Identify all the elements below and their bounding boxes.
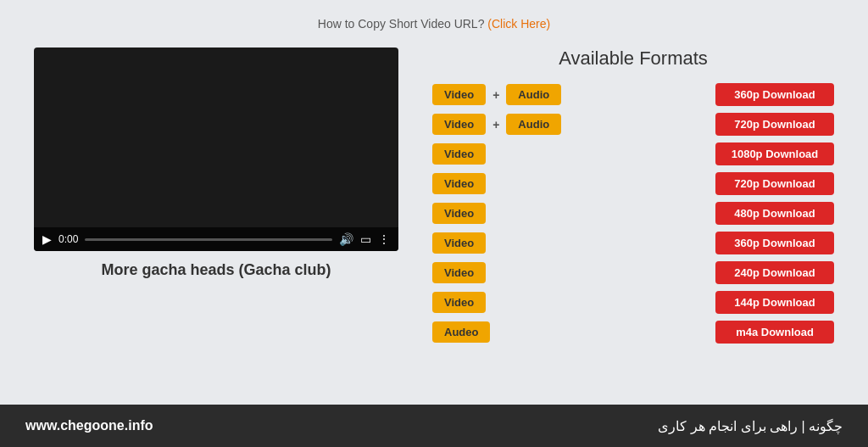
footer-left-text: www.chegoone.info xyxy=(25,418,153,433)
download-720p-va-button[interactable]: 720p Download xyxy=(715,113,834,136)
format-row: Audeo m4a Download xyxy=(432,321,834,344)
video-tag: Video xyxy=(432,143,486,165)
download-m4a-button[interactable]: m4a Download xyxy=(715,321,834,344)
video-tag: Video xyxy=(432,262,486,283)
more-icon[interactable]: ⋮ xyxy=(378,232,390,246)
plus-sign: + xyxy=(492,88,499,102)
volume-icon[interactable]: 🔊 xyxy=(339,232,353,246)
audio-tag: Audio xyxy=(506,114,561,135)
format-row: Video 240p Download xyxy=(432,261,834,284)
content-row: ▶ 0:00 🔊 ▭ ⋮ More gacha heads (Gacha clu… xyxy=(34,47,834,350)
time-display: 0:00 xyxy=(58,233,78,245)
format-row: Video + Audio 360p Download xyxy=(432,83,834,106)
video-section: ▶ 0:00 🔊 ▭ ⋮ More gacha heads (Gacha clu… xyxy=(34,47,398,279)
footer: www.chegoone.info چگونه | راهی برای انجا… xyxy=(0,405,868,447)
click-here-link[interactable]: (Click Here) xyxy=(487,17,550,31)
main-content: How to Copy Short Video URL? (Click Here… xyxy=(0,0,868,405)
video-player[interactable]: ▶ 0:00 🔊 ▭ ⋮ xyxy=(34,47,398,251)
video-tag: Video xyxy=(432,173,486,194)
video-title: More gacha heads (Gacha club) xyxy=(101,261,331,279)
format-row: Video + Audio 720p Download xyxy=(432,113,834,136)
video-controls: ▶ 0:00 🔊 ▭ ⋮ xyxy=(34,227,398,251)
format-row: Video 360p Download xyxy=(432,232,834,254)
progress-bar[interactable] xyxy=(85,238,332,241)
video-tag: Video xyxy=(432,203,486,224)
plus-sign: + xyxy=(492,118,499,131)
video-tag: Video xyxy=(432,232,486,254)
fullscreen-icon[interactable]: ▭ xyxy=(360,232,371,246)
video-tag: Video xyxy=(432,84,486,105)
format-row: Video 720p Download xyxy=(432,172,834,195)
footer-right-text: چگونه | راهی برای انجام هر کاری xyxy=(658,418,843,434)
play-button[interactable]: ▶ xyxy=(42,232,52,246)
download-1080p-button[interactable]: 1080p Download xyxy=(715,142,834,165)
hint-text: How to Copy Short Video URL? xyxy=(318,17,485,31)
top-hint: How to Copy Short Video URL? (Click Here… xyxy=(318,17,550,31)
format-row: Video 480p Download xyxy=(432,202,834,225)
download-240p-button[interactable]: 240p Download xyxy=(715,261,834,284)
download-720p-button[interactable]: 720p Download xyxy=(715,172,834,195)
audeo-tag: Audeo xyxy=(432,321,490,343)
download-144p-button[interactable]: 144p Download xyxy=(715,291,834,314)
format-row: Video 1080p Download xyxy=(432,142,834,165)
video-tag: Video xyxy=(432,114,486,135)
video-tag: Video xyxy=(432,292,486,313)
formats-section: Available Formats Video + Audio 360p Dow… xyxy=(432,47,834,350)
audio-tag: Audio xyxy=(506,84,561,105)
download-480p-button[interactable]: 480p Download xyxy=(715,202,834,225)
format-row: Video 144p Download xyxy=(432,291,834,314)
download-360p-button[interactable]: 360p Download xyxy=(715,232,834,254)
download-360p-va-button[interactable]: 360p Download xyxy=(715,83,834,106)
formats-title: Available Formats xyxy=(432,47,834,70)
